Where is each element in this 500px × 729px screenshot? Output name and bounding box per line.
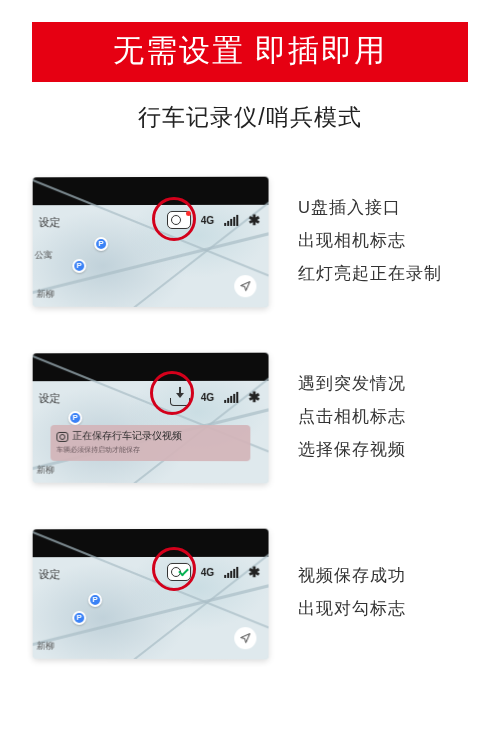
instruction-line: 出现对勾标志 (298, 592, 406, 625)
map-text: 新柳 (37, 464, 55, 477)
signal-bars-icon (224, 214, 238, 225)
screen-topbar (33, 353, 269, 382)
instruction-rows: 设定 新柳 公寓 4G ✱ U盘插入接口 出现相机标志 红灯亮起正在录 (0, 169, 500, 663)
screen-topbar (33, 529, 269, 558)
parking-pin-icon (68, 411, 82, 425)
network-4g-label: 4G (201, 566, 214, 577)
instruction-line: 视频保存成功 (298, 559, 406, 592)
screenshot-wrap: 设定 新柳 公寓 4G ✱ (0, 169, 270, 311)
bluetooth-icon: ✱ (248, 389, 260, 405)
instruction-line: 红灯亮起正在录制 (298, 257, 442, 290)
settings-label: 设定 (39, 391, 61, 406)
saving-toast: 正在保存行车记录仪视频 车辆必须保持启动才能保存 (50, 425, 250, 461)
device-screenshot: 设定 新柳 公寓 4G ✱ (33, 177, 269, 308)
parking-pin-icon (72, 259, 86, 273)
toast-main-text: 正在保存行车记录仪视频 (72, 430, 182, 443)
navigation-arrow-icon (234, 627, 256, 649)
page-subtitle: 行车记录仪/哨兵模式 (0, 102, 500, 133)
parking-pin-icon (94, 237, 108, 251)
instruction-line: 遇到突发情况 (298, 367, 406, 400)
dashcam-saved-icon (167, 563, 191, 581)
instruction-line: 点击相机标志 (298, 400, 406, 433)
instruction-row: 设定 新柳 4G ✱ 视频保存成功 出现对勾标志 (0, 521, 500, 663)
instruction-line: 选择保存视频 (298, 433, 406, 466)
instruction-text: 遇到突发情况 点击相机标志 选择保存视频 (298, 367, 406, 466)
device-screenshot: 设定 新柳 4G ✱ (33, 529, 269, 660)
settings-label: 设定 (39, 215, 61, 230)
device-screenshot: 设定 新柳 4G ✱ 正在保存行车记录仪视频 车辆必须保持启动才能保存 (33, 353, 269, 484)
screen-topbar (33, 177, 269, 206)
parking-pin-icon (72, 611, 86, 625)
status-icon-row: 4G ✱ (167, 563, 261, 581)
toast-camera-icon (56, 431, 68, 441)
signal-bars-icon (224, 391, 238, 402)
map-text: 公寓 (35, 249, 53, 262)
instruction-text: 视频保存成功 出现对勾标志 (298, 559, 406, 625)
instruction-line: U盘插入接口 (298, 191, 442, 224)
network-4g-label: 4G (201, 214, 214, 225)
bluetooth-icon: ✱ (248, 212, 260, 228)
network-4g-label: 4G (201, 391, 214, 402)
screenshot-wrap: 设定 新柳 4G ✱ 正在保存行车记录仪视频 车辆必须保持启动才能保存 (0, 345, 270, 487)
map-text: 新柳 (37, 288, 55, 301)
toast-sub-text: 车辆必须保持启动才能保存 (56, 445, 244, 455)
screenshot-wrap: 设定 新柳 4G ✱ (0, 521, 270, 663)
parking-pin-icon (88, 593, 102, 607)
top-banner: 无需设置 即插即用 (32, 22, 468, 82)
instruction-text: U盘插入接口 出现相机标志 红灯亮起正在录制 (298, 191, 442, 290)
instruction-line: 出现相机标志 (298, 224, 442, 257)
map-text: 新柳 (37, 640, 55, 653)
instruction-row: 设定 新柳 公寓 4G ✱ U盘插入接口 出现相机标志 红灯亮起正在录 (0, 169, 500, 311)
bluetooth-icon: ✱ (248, 564, 260, 580)
instruction-row: 设定 新柳 4G ✱ 正在保存行车记录仪视频 车辆必须保持启动才能保存 (0, 345, 500, 487)
top-banner-text: 无需设置 即插即用 (113, 33, 388, 68)
dashcam-saving-icon (169, 387, 191, 407)
dashcam-recording-icon (167, 211, 191, 229)
signal-bars-icon (224, 566, 238, 577)
status-icon-row: 4G ✱ (167, 211, 261, 229)
status-icon-row: 4G ✱ (169, 387, 261, 407)
navigation-arrow-icon (234, 275, 256, 297)
settings-label: 设定 (39, 567, 61, 582)
